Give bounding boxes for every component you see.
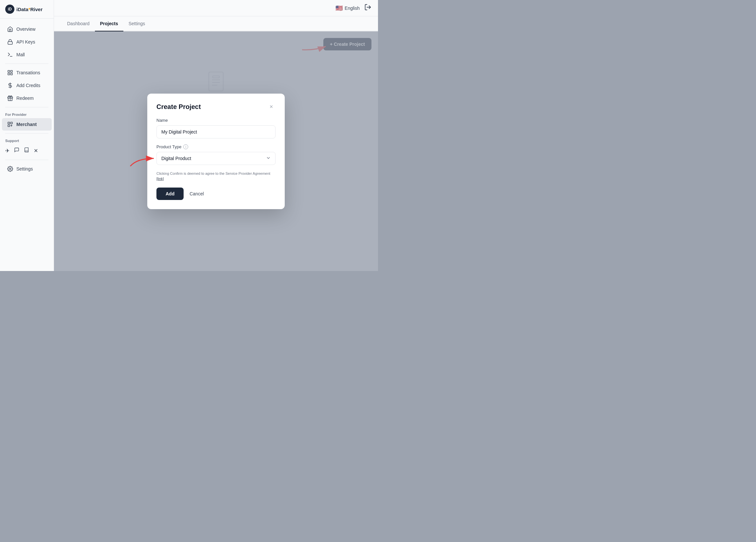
top-bar: 🇺🇸 English xyxy=(54,0,378,16)
divider-2 xyxy=(5,107,48,107)
add-button[interactable]: Add xyxy=(156,188,184,200)
sidebar-item-api-keys[interactable]: API Keys xyxy=(2,36,52,48)
modal-actions: Add Cancel xyxy=(156,188,276,200)
sidebar-item-add-credits-label: Add Credits xyxy=(16,83,40,88)
modal-title: Create Project xyxy=(156,103,201,111)
sidebar-item-transactions-label: Transations xyxy=(16,70,40,75)
settings-icon xyxy=(7,166,13,172)
sidebar-item-overview-label: Overview xyxy=(16,27,35,32)
product-type-select[interactable]: Digital Product Physical Product Service xyxy=(156,152,276,165)
divider-3 xyxy=(5,133,48,134)
sidebar-item-redeem[interactable]: Redeem xyxy=(2,92,52,104)
tab-dashboard[interactable]: Dashboard xyxy=(62,16,95,31)
support-icons: ✈ ✕ xyxy=(0,144,54,157)
agreement-text: Clicking Confirm is deemed to agree to t… xyxy=(156,171,276,182)
product-type-label-text: Product Type xyxy=(156,144,181,149)
sidebar-item-overview[interactable]: Overview xyxy=(2,23,52,35)
sidebar-item-add-credits[interactable]: Add Credits xyxy=(2,79,52,92)
tab-settings[interactable]: Settings xyxy=(123,16,151,31)
language-selector[interactable]: 🇺🇸 English xyxy=(335,5,360,12)
logout-button[interactable] xyxy=(364,4,371,12)
lock-icon xyxy=(7,39,13,45)
agreement-link[interactable]: [link] xyxy=(156,177,164,181)
sidebar: iD iData*River Overview xyxy=(0,0,54,271)
product-type-select-wrapper: Digital Product Physical Product Service xyxy=(156,152,276,165)
home-icon xyxy=(7,26,13,32)
sidebar-item-api-keys-label: API Keys xyxy=(16,39,35,45)
gift-icon xyxy=(7,95,13,101)
logo-text: iData*River xyxy=(16,7,43,12)
logo-icon: iD xyxy=(5,5,14,14)
info-icon[interactable]: i xyxy=(183,144,188,149)
svg-rect-5 xyxy=(11,73,12,75)
sidebar-item-mall-label: Mall xyxy=(16,52,25,57)
modal-close-button[interactable]: × xyxy=(267,103,276,111)
divider-1 xyxy=(5,63,48,64)
modal-overlay: Create Project × Name Product Type i xyxy=(54,31,378,271)
cancel-button[interactable]: Cancel xyxy=(188,188,205,200)
tabs-bar: Dashboard Projects Settings xyxy=(54,16,378,31)
chat-icon[interactable] xyxy=(14,147,19,154)
content-body: + Create Project xyxy=(54,31,378,271)
terminal-icon xyxy=(7,52,13,58)
svg-rect-0 xyxy=(8,42,12,44)
sidebar-item-merchant-label: Merchant xyxy=(16,122,37,127)
sidebar-item-redeem-label: Redeem xyxy=(16,96,34,101)
sidebar-item-merchant[interactable]: Merchant xyxy=(2,118,52,131)
product-type-form-group: Product Type i xyxy=(156,144,276,165)
sidebar-item-mall[interactable]: Mall xyxy=(2,48,52,61)
svg-rect-4 xyxy=(8,73,9,75)
dollar-icon xyxy=(7,82,13,88)
name-input[interactable] xyxy=(156,125,276,138)
tab-projects[interactable]: Projects xyxy=(95,16,123,31)
svg-point-12 xyxy=(9,168,11,170)
sidebar-item-transactions[interactable]: Transations xyxy=(2,66,52,79)
product-type-label: Product Type i xyxy=(156,144,276,149)
svg-rect-10 xyxy=(11,122,12,124)
svg-rect-2 xyxy=(8,70,9,72)
divider-4 xyxy=(5,160,48,160)
name-label: Name xyxy=(156,118,276,123)
svg-rect-9 xyxy=(8,122,9,124)
red-arrow-dropdown-icon xyxy=(127,152,156,166)
support-label: Support xyxy=(0,136,54,144)
main-content: 🇺🇸 English Dashboard Projects Settings +… xyxy=(54,0,378,271)
telegram-icon[interactable]: ✈ xyxy=(5,148,9,154)
x-icon[interactable]: ✕ xyxy=(34,148,38,154)
book-icon[interactable] xyxy=(24,147,29,154)
sidebar-item-settings[interactable]: Settings xyxy=(2,163,52,175)
modal-header: Create Project × xyxy=(156,103,276,111)
svg-rect-3 xyxy=(11,70,12,72)
language-label: English xyxy=(345,6,360,11)
sidebar-item-settings-label: Settings xyxy=(16,166,33,172)
transactions-icon xyxy=(7,70,13,76)
sidebar-nav: Overview API Keys xyxy=(0,19,54,271)
agreement-main-text: Clicking Confirm is deemed to agree to t… xyxy=(156,172,270,175)
create-project-modal: Create Project × Name Product Type i xyxy=(147,94,285,209)
for-provider-label: For Provider xyxy=(0,110,54,118)
name-form-group: Name xyxy=(156,118,276,138)
dropdown-arrow-annotation xyxy=(127,152,156,168)
flag-icon: 🇺🇸 xyxy=(335,5,343,12)
merchant-icon xyxy=(7,121,13,127)
logo: iD iData*River xyxy=(0,0,54,19)
svg-rect-11 xyxy=(8,125,9,127)
